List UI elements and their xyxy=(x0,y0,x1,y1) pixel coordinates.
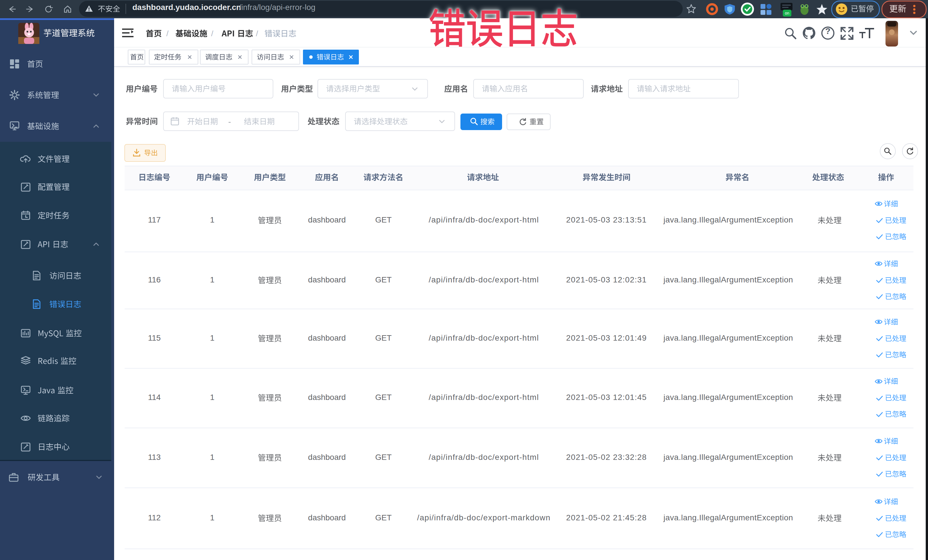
svg-text:on: on xyxy=(785,11,789,15)
